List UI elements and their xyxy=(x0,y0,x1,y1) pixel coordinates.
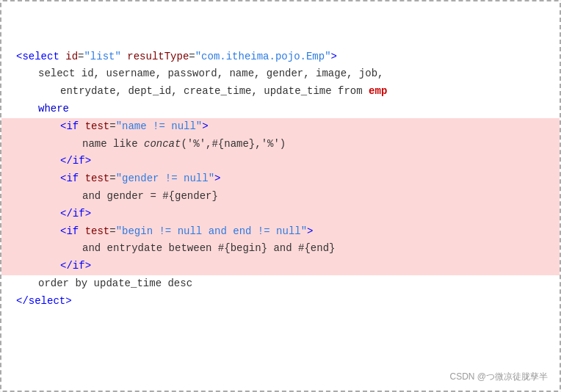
code-token: > xyxy=(85,206,91,223)
code-token: = xyxy=(109,223,115,241)
code-block: <select id="list" resultType="com.itheim… xyxy=(1,13,560,311)
code-token xyxy=(79,118,84,136)
code-token: resultType xyxy=(127,48,189,66)
code-token: select xyxy=(29,293,65,311)
code-token: = xyxy=(189,48,195,66)
code-token: > xyxy=(202,118,208,136)
code-line: and gender = #{gender} xyxy=(1,188,560,206)
code-token: > xyxy=(65,293,71,311)
code-token: id xyxy=(65,48,78,66)
code-line: entrydate, dept_id, create_time, update_… xyxy=(1,83,560,101)
code-token: where xyxy=(38,101,69,118)
code-token: select xyxy=(22,48,59,66)
code-line: select id, username, password, name, gen… xyxy=(1,65,560,83)
code-token: ('%',#{name},'%') xyxy=(181,136,286,153)
code-token: < xyxy=(60,170,66,188)
code-token xyxy=(121,48,127,66)
code-token: "list" xyxy=(84,48,120,66)
code-token: select id, username, password, name, gen… xyxy=(38,65,383,83)
code-token: if xyxy=(66,223,79,241)
code-line: <if test="name != null"> xyxy=(1,118,560,136)
code-token: test xyxy=(85,170,110,188)
code-token: > xyxy=(85,258,91,275)
code-token: </ xyxy=(60,258,73,275)
code-token: if xyxy=(73,206,85,223)
code-line: <select id="list" resultType="com.itheim… xyxy=(1,48,560,66)
code-token: < xyxy=(60,223,66,241)
code-line: </select> xyxy=(1,293,560,311)
code-token: < xyxy=(60,118,66,136)
code-token: = xyxy=(109,118,115,136)
code-token: if xyxy=(66,170,79,188)
code-token xyxy=(59,48,65,66)
code-token: and gender = #{gender} xyxy=(82,188,218,206)
code-token: > xyxy=(85,153,91,170)
watermark: CSDN @つ微凉徒胧孳半 xyxy=(449,371,548,383)
code-token: = xyxy=(78,48,84,66)
code-token: concat xyxy=(144,136,181,153)
code-token: < xyxy=(16,48,22,66)
code-token: </ xyxy=(60,153,73,170)
code-line: name like concat('%',#{name},'%') xyxy=(1,136,560,153)
code-line: where xyxy=(1,101,560,118)
code-token: and entrydate between #{begin} and #{end… xyxy=(82,240,335,258)
code-token: </ xyxy=(16,293,29,311)
code-token: > xyxy=(331,48,337,66)
code-token xyxy=(79,170,84,188)
code-token: "begin != null and end != null" xyxy=(116,223,307,241)
code-line: </if> xyxy=(1,258,560,275)
code-token: order by update_time desc xyxy=(38,275,192,293)
code-token: = xyxy=(109,170,115,188)
code-token: name like xyxy=(82,136,144,153)
code-line: <if test="begin != null and end != null"… xyxy=(1,223,560,241)
code-token: if xyxy=(73,153,85,170)
code-container: <select id="list" resultType="com.itheim… xyxy=(0,0,561,392)
code-line: order by update_time desc xyxy=(1,275,560,293)
code-line: <if test="gender != null"> xyxy=(1,170,560,188)
code-token: "name != null" xyxy=(116,118,203,136)
code-token: if xyxy=(73,258,85,275)
code-token xyxy=(79,223,84,241)
code-token: > xyxy=(307,223,313,241)
code-token: entrydate, dept_id, create_time, update_… xyxy=(60,83,369,101)
code-token: </ xyxy=(60,206,73,223)
code-token: "gender != null" xyxy=(116,170,214,188)
code-token: if xyxy=(66,118,79,136)
code-line: and entrydate between #{begin} and #{end… xyxy=(1,240,560,258)
code-token: emp xyxy=(369,83,387,101)
code-token: test xyxy=(85,223,110,241)
code-token: test xyxy=(85,118,110,136)
code-line: </if> xyxy=(1,206,560,223)
code-line: </if> xyxy=(1,153,560,170)
code-token: > xyxy=(214,170,220,188)
code-token: "com.itheima.pojo.Emp" xyxy=(195,48,331,66)
